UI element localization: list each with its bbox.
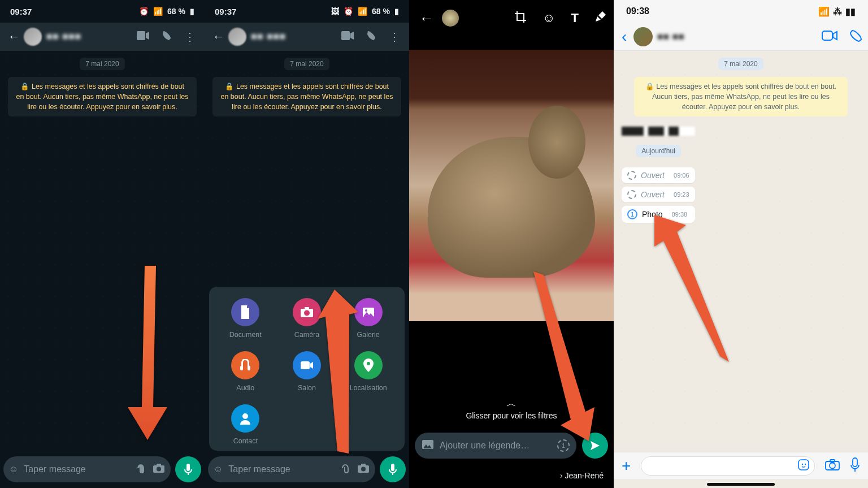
camera-button[interactable] [825,459,840,473]
message-input[interactable]: ☺ Taper message [3,456,171,482]
more-menu-button[interactable]: ⋮ [184,30,196,44]
svg-point-24 [805,463,806,464]
recipient-chip[interactable]: › Jean-René [560,471,604,480]
chat-header: ‹ ■■ ■■ [614,23,868,51]
attach-gallery[interactable]: Galerie [337,298,399,339]
draw-tool-button[interactable] [594,11,606,25]
attach-location[interactable]: Localisation [337,351,399,392]
filters-hint[interactable]: ︿ Glisser pour voir les filtres [409,396,614,420]
svg-rect-18 [361,464,366,466]
message-opened[interactable]: Ouvert09:23 [622,187,695,202]
svg-point-14 [367,362,370,365]
back-button[interactable]: ← [209,27,228,46]
status-time: 09:37 [215,7,236,16]
crop-button[interactable] [514,11,527,25]
chat-header: ← ■■ ■■■ ⋮ [205,23,409,51]
add-button[interactable]: + [622,457,631,475]
svg-rect-0 [137,31,145,40]
send-button[interactable] [582,433,608,459]
voice-call-button[interactable] [162,31,172,43]
attach-camera[interactable]: Caméra [276,298,338,339]
voice-record-button[interactable] [850,457,860,474]
emoji-sticker-button[interactable]: ☺ [542,11,555,25]
svg-rect-21 [822,31,832,40]
back-button[interactable]: ← [5,27,24,46]
attach-contact[interactable]: Contact [215,404,276,445]
svg-rect-27 [830,460,835,462]
chat-header: ← ■■ ■■■ ⋮ [0,23,205,51]
caption-placeholder: Ajouter une légende… [440,441,552,451]
svg-rect-28 [853,458,857,467]
contact-avatar[interactable] [24,28,42,46]
battery-icon: ▮ [190,7,194,16]
camera-button[interactable] [153,463,165,476]
photo-thumb[interactable] [442,10,459,27]
battery-pct: 68 % [167,7,185,16]
svg-point-10 [365,309,367,312]
svg-rect-19 [391,464,394,471]
caption-input[interactable]: Ajouter une légende… 1 [415,433,576,459]
more-menu-button[interactable]: ⋮ [389,30,400,44]
date-pill: 7 mai 2020 [284,58,329,70]
chat-body: 7 mai 2020 🔒Les messages et les appels s… [0,51,205,451]
encryption-notice[interactable]: 🔒Les messages et les appels sont chiffré… [8,77,196,116]
alarm-icon: ⏰ [344,7,353,16]
video-call-button[interactable] [137,31,149,42]
attach-room[interactable]: Salon [276,351,338,392]
lock-icon: 🔒 [20,83,29,90]
encryption-notice[interactable]: 🔒 Les messages et les appels sont chiffr… [634,77,848,116]
voice-record-button[interactable] [175,456,201,482]
voice-call-button[interactable] [850,29,862,44]
svg-rect-3 [157,464,161,466]
camera-button[interactable] [357,463,370,476]
pane-photo-editor: ← ☺ T ︿ Glisser pour voir les filtres Aj… [409,0,614,488]
attach-audio[interactable]: Audio [215,351,276,392]
status-bar: 09:37 ⏰ 📶 68 % ▮ [0,0,205,23]
home-indicator [707,483,775,486]
svg-rect-4 [186,464,190,471]
contact-avatar[interactable] [633,27,653,46]
wifi-icon: ⁂ [833,6,842,17]
svg-rect-12 [248,366,250,370]
message-list: Aujourd'hui Ouvert09:06 Ouvert09:23 1Pho… [622,124,695,223]
emoji-button[interactable]: ☺ [214,464,223,474]
message-input[interactable] [641,456,815,476]
cell-signal-icon: 📶 [818,6,830,17]
image-indicator-icon: 🖼 [331,7,339,16]
video-call-button[interactable] [341,31,354,42]
message-opened[interactable]: Ouvert09:06 [622,167,695,183]
view-once-opened-icon [627,171,636,180]
status-bar: 09:37 🖼 ⏰ 📶 68 % ▮ [205,0,409,23]
add-photo-icon[interactable] [422,439,434,452]
redacted-text [622,127,695,136]
message-input-row: ☺ Taper message [208,456,406,482]
contact-name[interactable]: ■■ ■■■ [251,31,286,42]
message-input[interactable]: ☺ Taper message [208,456,375,482]
message-view-once-photo[interactable]: 1Photo09:38 [622,206,695,223]
back-button[interactable]: ← [417,7,436,29]
contact-name[interactable]: ■■ ■■ [657,32,684,42]
contact-avatar[interactable] [228,28,246,46]
attach-button[interactable] [340,463,351,476]
voice-call-button[interactable] [366,31,376,43]
contact-name[interactable]: ■■ ■■■ [46,31,81,42]
back-button[interactable]: ‹ [619,28,629,46]
lock-icon: 🔒 [225,83,234,90]
attach-document[interactable]: Document [215,298,276,339]
text-tool-button[interactable]: T [571,11,579,25]
encryption-notice[interactable]: 🔒Les messages et les appels sont chiffré… [212,77,401,116]
selected-photo[interactable] [409,50,614,321]
chat-body: 7 mai 2020 🔒 Les messages et les appels … [614,51,868,452]
pane-android-chat: 09:37 ⏰ 📶 68 % ▮ ← ■■ ■■■ ⋮ 7 mai 2020 🔒… [0,0,205,488]
input-placeholder: Taper message [24,464,130,474]
emoji-button[interactable]: ☺ [9,464,18,474]
attach-button[interactable] [136,463,147,476]
voice-record-button[interactable] [380,456,406,482]
video-call-button[interactable] [822,31,837,43]
view-once-toggle[interactable]: 1 [557,439,570,452]
status-bar: 09:38 📶 ⁂ ▮▮ [614,0,868,23]
sticker-button[interactable] [797,459,810,473]
input-placeholder: Taper message [228,464,335,474]
pane-android-attach: 09:37 🖼 ⏰ 📶 68 % ▮ ← ■■ ■■■ ⋮ 7 mai 2020… [205,0,409,488]
svg-point-7 [304,310,310,316]
